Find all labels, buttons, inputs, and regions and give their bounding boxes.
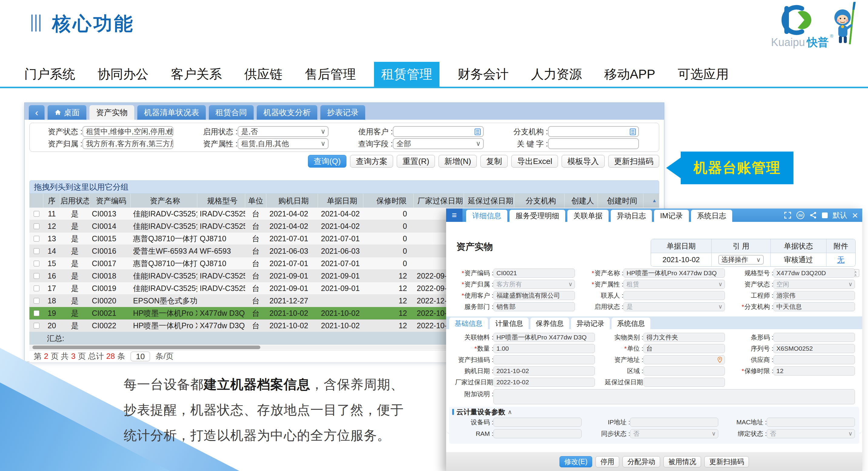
nav-item[interactable]: 售后管理 bbox=[305, 66, 356, 83]
form-input[interactable]: CI0021 ∨ bbox=[493, 269, 575, 278]
detail-subtab[interactable]: 保养信息 bbox=[530, 318, 569, 329]
detail-footer-button[interactable]: 更新扫描码 bbox=[704, 456, 749, 467]
form-input[interactable]: 空闲 ∨ bbox=[773, 280, 855, 289]
form-input[interactable]: 1.00 ∨ bbox=[493, 344, 595, 353]
nav-item[interactable]: 移动APP bbox=[604, 66, 655, 83]
select-all-cell[interactable] bbox=[29, 194, 43, 208]
toolbar-button[interactable]: 重置(R) bbox=[397, 155, 435, 167]
form-input[interactable]: ∨ bbox=[644, 367, 725, 376]
close-icon[interactable]: × bbox=[852, 211, 858, 219]
nav-item[interactable]: 协同办公 bbox=[98, 66, 149, 83]
detail-subtab[interactable]: 计量信息 bbox=[490, 318, 529, 329]
detail-tab[interactable]: IM记录 bbox=[654, 210, 689, 222]
form-input[interactable]: 是 ∨ bbox=[623, 302, 725, 311]
form-input[interactable]: 12 ∨ bbox=[773, 367, 855, 376]
branch-lookup-input[interactable] bbox=[548, 126, 639, 137]
row-checkbox[interactable] bbox=[34, 298, 39, 304]
form-input[interactable]: HP喷墨一体机Pro X477dw D3Q ∨ bbox=[493, 333, 595, 342]
toolbar-button[interactable]: 导出Excel bbox=[511, 155, 558, 167]
row-checkbox[interactable] bbox=[34, 211, 39, 217]
form-input[interactable]: 否 ∨ bbox=[767, 429, 855, 438]
scroll-up-icon[interactable]: ▲ bbox=[652, 198, 657, 203]
customer-lookup-input[interactable] bbox=[393, 126, 484, 137]
menu-icon[interactable]: ≡ bbox=[446, 209, 463, 222]
form-input[interactable]: 得力文件夹 ∨ bbox=[644, 333, 725, 342]
toolbar-button[interactable]: 复制 bbox=[480, 155, 508, 167]
column-header[interactable]: 启用状态 bbox=[60, 194, 89, 208]
column-header[interactable]: 单据日期 bbox=[318, 194, 363, 208]
row-checkbox[interactable] bbox=[34, 261, 39, 266]
enabled-status-select[interactable]: 是,否∨ bbox=[238, 126, 329, 137]
keyword-input[interactable] bbox=[548, 138, 639, 149]
toolbar-button[interactable]: 查询(Q) bbox=[308, 155, 347, 167]
list-lookup-icon[interactable] bbox=[474, 128, 481, 136]
query-field-select[interactable]: 全部∨ bbox=[393, 138, 484, 149]
form-input[interactable]: 否 ∨ bbox=[630, 429, 718, 438]
column-header[interactable]: 购机日期 bbox=[267, 194, 318, 208]
form-input[interactable]: ∨ bbox=[493, 355, 595, 364]
tab-desktop[interactable]: 桌面 bbox=[48, 105, 86, 120]
form-input[interactable]: 游宗伟 ∨ bbox=[773, 291, 855, 300]
nav-item[interactable]: 客户关系 bbox=[171, 66, 222, 83]
nav-item[interactable]: 供应链 bbox=[244, 66, 282, 83]
form-input[interactable]: ∨ bbox=[623, 291, 725, 300]
column-header[interactable]: 厂家过保日期 bbox=[414, 194, 464, 208]
column-header[interactable]: 单位 bbox=[245, 194, 267, 208]
column-header[interactable]: 延保过保日期 bbox=[464, 194, 514, 208]
column-header[interactable]: 资产编码 bbox=[89, 194, 131, 208]
nav-item[interactable]: 可选应用 bbox=[678, 66, 728, 83]
form-input[interactable]: ∨ bbox=[773, 355, 855, 364]
form-input[interactable]: 中天信息 ∨ bbox=[773, 302, 855, 311]
nav-item[interactable]: 租赁管理 bbox=[374, 62, 439, 87]
detail-tab[interactable]: 详细信息 bbox=[466, 210, 507, 222]
tab-machine-list[interactable]: 机器清单状况表 bbox=[137, 105, 206, 120]
toolbar-button[interactable]: 更新扫描码 bbox=[608, 155, 659, 167]
column-header[interactable]: 创建人 bbox=[565, 194, 598, 208]
tab-asset[interactable]: 资产实物 bbox=[89, 105, 134, 120]
toolbar-button[interactable]: 新增(N) bbox=[438, 155, 477, 167]
form-input[interactable]: 福建盛辉物流有限公司 ∨ bbox=[493, 291, 575, 300]
tab-lease-contract[interactable]: 租赁合同 bbox=[209, 105, 254, 120]
row-checkbox[interactable] bbox=[34, 285, 39, 291]
form-input[interactable]: ∨ bbox=[644, 378, 725, 387]
detail-subtab[interactable]: 异动记录 bbox=[571, 318, 610, 329]
im-icon[interactable]: IM bbox=[797, 211, 804, 219]
nav-item[interactable]: 财务会计 bbox=[458, 66, 508, 83]
detail-footer-button[interactable]: 分配异动 bbox=[622, 456, 660, 467]
form-input[interactable]: HP喷墨一体机Pro X477dw D3Q ∨ bbox=[623, 269, 725, 278]
asset-ownership-combo[interactable]: 我方所有,客方所有,第三方所有... bbox=[83, 138, 173, 149]
form-input[interactable]: X6SMO0252 ∨ bbox=[773, 344, 855, 353]
attachment-link[interactable]: 无 bbox=[837, 255, 845, 264]
toolbar-button[interactable]: 查询方案 bbox=[350, 155, 393, 167]
nav-item[interactable]: 门户系统 bbox=[24, 66, 75, 83]
location-pin-icon[interactable] bbox=[716, 356, 723, 363]
detail-tab[interactable]: 关联单据 bbox=[567, 210, 609, 222]
tab-machine-analysis[interactable]: 机器收支分析 bbox=[257, 105, 317, 120]
detail-tab[interactable]: 系统日志 bbox=[691, 210, 732, 222]
asset-status-combo[interactable]: 租赁中,维修中,空闲,停用,使用中∨ bbox=[83, 126, 173, 137]
toolbar-button[interactable]: 模板导入 bbox=[562, 155, 604, 167]
row-checkbox[interactable] bbox=[34, 310, 39, 316]
form-input[interactable]: 客方所有 ∨ bbox=[493, 280, 575, 289]
form-input[interactable]: ∨ bbox=[644, 355, 725, 364]
column-header[interactable]: 序 bbox=[43, 194, 60, 208]
detail-footer-button[interactable]: 被用情况 bbox=[663, 456, 701, 467]
form-input[interactable]: ∨ bbox=[630, 418, 718, 427]
detail-tab[interactable]: 服务受理明细 bbox=[509, 210, 565, 222]
row-checkbox[interactable] bbox=[34, 273, 39, 279]
tab-meter-record[interactable]: 抄表记录 bbox=[320, 105, 365, 120]
form-input[interactable]: ∨ bbox=[493, 429, 582, 438]
form-input[interactable]: ∨ bbox=[773, 333, 855, 342]
group-drop-bar[interactable]: 拖拽列头到这里以用它分组 bbox=[29, 180, 659, 194]
detail-subtab[interactable]: 基础信息 bbox=[449, 318, 488, 329]
list-lookup-icon[interactable] bbox=[629, 128, 637, 136]
column-header[interactable]: 规格型号 bbox=[197, 194, 245, 208]
detail-footer-button[interactable]: 停用 bbox=[595, 456, 619, 467]
detail-subtab[interactable]: 系统信息 bbox=[612, 318, 650, 329]
nav-item[interactable]: 人力资源 bbox=[531, 66, 582, 83]
detail-tab[interactable]: 异动日志 bbox=[611, 210, 652, 222]
reference-select[interactable]: 选择操作 ∨ bbox=[718, 255, 764, 264]
column-header[interactable]: 分支机构 bbox=[514, 194, 565, 208]
default-checkbox[interactable] bbox=[822, 213, 828, 218]
column-header[interactable]: 创建时间 bbox=[598, 194, 644, 208]
